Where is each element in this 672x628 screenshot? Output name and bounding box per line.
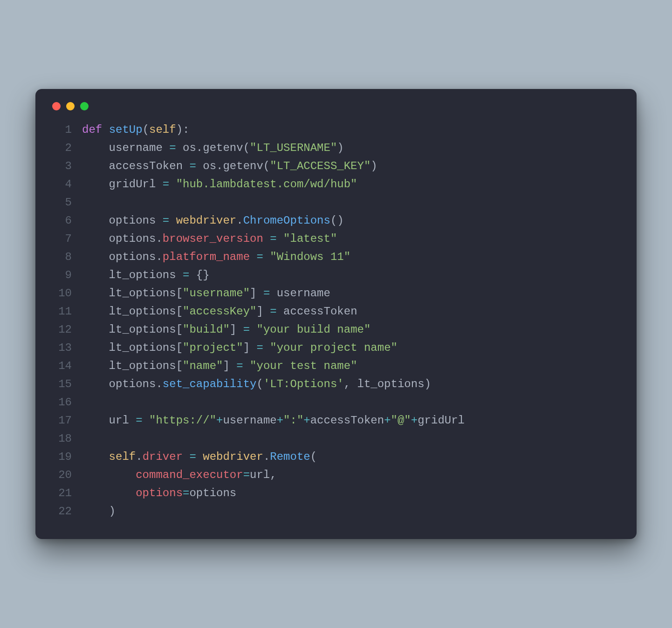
token-id: ] <box>223 360 236 372</box>
token-id: ( <box>256 378 263 390</box>
token-id <box>243 360 250 372</box>
code-content: options.set_capability('LT:Options', lt_… <box>82 375 622 393</box>
line-number: 2 <box>50 139 82 157</box>
code-line: 5 <box>50 193 622 212</box>
token-id: {} <box>189 269 209 281</box>
line-number: 12 <box>50 321 82 339</box>
code-line: 18 <box>50 430 622 448</box>
token-id: options. <box>82 378 163 390</box>
token-id: ) <box>370 160 377 172</box>
line-number: 22 <box>50 502 82 520</box>
token-id: options. <box>82 251 163 263</box>
token-str: "project" <box>183 341 243 354</box>
window-minimize-icon[interactable] <box>66 102 75 110</box>
token-str: "name" <box>183 360 223 372</box>
code-content: lt_options["username"] = username <box>82 284 622 302</box>
token-str: "your project name" <box>270 341 398 354</box>
token-id: lt_options[ <box>82 305 183 318</box>
code-content: command_executor=url, <box>82 466 622 484</box>
token-id: ] <box>250 287 263 300</box>
token-op: = <box>163 214 169 227</box>
code-content <box>82 193 622 212</box>
line-number: 17 <box>50 411 82 430</box>
code-line: 11 lt_options["accessKey"] = accessToken <box>50 302 622 321</box>
token-fn: setUp <box>109 123 143 136</box>
code-content: def setUp(self): <box>82 121 622 139</box>
token-str: "LT_USERNAME" <box>250 142 337 154</box>
token-op: = <box>243 469 250 481</box>
code-line: 13 lt_options["project"] = "your project… <box>50 339 622 357</box>
token-op: = <box>189 160 196 172</box>
token-op: + <box>303 414 310 427</box>
token-op: = <box>163 178 169 191</box>
code-content: lt_options["build"] = "your build name" <box>82 321 622 339</box>
token-id <box>183 451 189 463</box>
line-number: 20 <box>50 466 82 484</box>
token-id: , lt_options) <box>344 378 431 390</box>
token-str: 'LT:Options' <box>263 378 344 390</box>
token-id <box>277 232 283 245</box>
code-content <box>82 430 622 448</box>
token-id: accessToken <box>310 414 384 427</box>
code-content: accessToken = os.getenv("LT_ACCESS_KEY") <box>82 157 622 175</box>
code-line: 4 gridUrl = "hub.lambdatest.com/wd/hub" <box>50 175 622 193</box>
stage: 1def setUp(self):2 username = os.getenv(… <box>0 0 672 628</box>
line-number: 14 <box>50 357 82 375</box>
window-zoom-icon[interactable] <box>80 102 89 110</box>
token-op: + <box>277 414 283 427</box>
token-op: = <box>270 232 276 245</box>
token-id: lt_options[ <box>82 360 183 372</box>
token-str: "username" <box>183 287 250 300</box>
token-id: . <box>136 451 142 463</box>
line-number: 16 <box>50 393 82 411</box>
token-id: . <box>263 451 270 463</box>
line-number: 15 <box>50 375 82 393</box>
code-line: 19 self.driver = webdriver.Remote( <box>50 448 622 466</box>
token-id: lt_options[ <box>82 323 183 336</box>
token-id <box>143 414 149 427</box>
code-content: options.platform_name = "Windows 11" <box>82 248 622 266</box>
token-id: username <box>270 287 330 300</box>
token-id: options. <box>82 232 163 245</box>
line-number: 8 <box>50 248 82 266</box>
code-content: ) <box>82 502 622 520</box>
line-number: 19 <box>50 448 82 466</box>
code-content: lt_options = {} <box>82 266 622 284</box>
token-id: ] <box>230 323 243 336</box>
token-nm: driver <box>143 451 183 463</box>
token-id: ( <box>310 451 317 463</box>
token-fn: ChromeOptions <box>243 214 330 227</box>
line-number: 3 <box>50 157 82 175</box>
token-op: + <box>384 414 391 427</box>
window-close-icon[interactable] <box>52 102 61 110</box>
token-op: = <box>183 269 189 281</box>
code-line: 10 lt_options["username"] = username <box>50 284 622 302</box>
token-op: + <box>411 414 418 427</box>
token-id: ) <box>337 142 343 154</box>
token-id <box>250 323 256 336</box>
code-content: url = "https://"+username+":"+accessToke… <box>82 411 622 430</box>
token-nm: command_executor <box>136 469 243 481</box>
code-line: 1def setUp(self): <box>50 121 622 139</box>
token-op: + <box>216 414 223 427</box>
traffic-lights <box>52 102 622 110</box>
line-number: 18 <box>50 430 82 448</box>
token-id: url <box>82 414 136 427</box>
token-id: os.getenv( <box>176 142 250 154</box>
token-id: gridUrl <box>82 178 163 191</box>
token-cls: webdriver <box>176 214 237 227</box>
token-op: = <box>270 305 276 318</box>
token-id: ) <box>82 505 116 518</box>
token-str: "your build name" <box>257 323 371 336</box>
token-id: lt_options[ <box>82 341 183 354</box>
token-id: . <box>236 214 243 227</box>
token-str: "latest" <box>283 232 337 245</box>
code-window: 1def setUp(self):2 username = os.getenv(… <box>35 89 637 539</box>
token-id: ] <box>256 305 270 318</box>
code-content: lt_options["name"] = "your test name" <box>82 357 622 375</box>
code-content: options.browser_version = "latest" <box>82 230 622 248</box>
token-id: () <box>330 214 344 227</box>
token-nm: platform_name <box>163 251 250 263</box>
token-id: username <box>82 142 169 154</box>
code-content: lt_options["accessKey"] = accessToken <box>82 302 622 321</box>
